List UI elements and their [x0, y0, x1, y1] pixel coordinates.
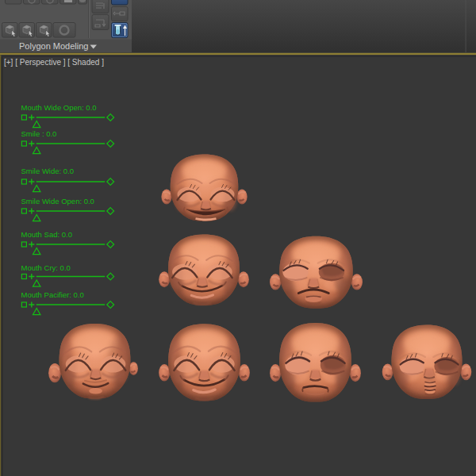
svg-text:Smile : 0.0: Smile : 0.0	[21, 129, 57, 138]
svg-text:Smile Wide: 0.0: Smile Wide: 0.0	[21, 167, 75, 175]
svg-text:Polygon Modeling: Polygon Modeling	[19, 41, 88, 51]
svg-text:Mouth Sad: 0.0: Mouth Sad: 0.0	[21, 230, 72, 239]
svg-text:[+] [ Perspective ] [ Shaded ]: [+] [ Perspective ] [ Shaded ]	[4, 58, 104, 67]
svg-text:Mouth Pacifier: 0.0: Mouth Pacifier: 0.0	[21, 290, 84, 299]
svg-text:Smile Wide Open: 0.0: Smile Wide Open: 0.0	[21, 197, 94, 205]
svg-text:Mouth Cry: 0.0: Mouth Cry: 0.0	[21, 263, 71, 272]
svg-text:Mouth Wide Open: 0.0: Mouth Wide Open: 0.0	[21, 103, 97, 112]
